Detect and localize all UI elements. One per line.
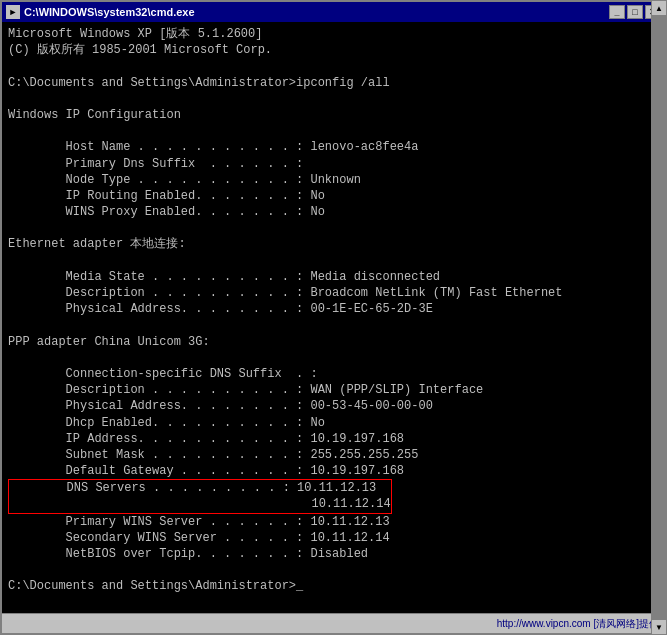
footer-bar: http://www.vipcn.com [清风网络]提供 [2, 613, 665, 633]
scrollbar[interactable]: ▲ ▼ [651, 22, 665, 613]
title-bar-left: ► C:\WINDOWS\system32\cmd.exe [6, 5, 195, 19]
cmd-window: ► C:\WINDOWS\system32\cmd.exe _ □ ✕ Micr… [0, 0, 667, 635]
console-pre: Microsoft Windows XP [版本 5.1.2600] (C) 版… [8, 26, 647, 595]
scroll-track[interactable] [651, 22, 665, 613]
minimize-button[interactable]: _ [609, 5, 625, 19]
console-output: Microsoft Windows XP [版本 5.1.2600] (C) 版… [2, 22, 665, 613]
window-title: C:\WINDOWS\system32\cmd.exe [24, 6, 195, 18]
title-bar: ► C:\WINDOWS\system32\cmd.exe _ □ ✕ [2, 2, 665, 22]
cmd-icon: ► [6, 5, 20, 19]
footer-link: http://www.vipcn.com [清风网络]提供 [497, 617, 659, 631]
restore-button[interactable]: □ [627, 5, 643, 19]
